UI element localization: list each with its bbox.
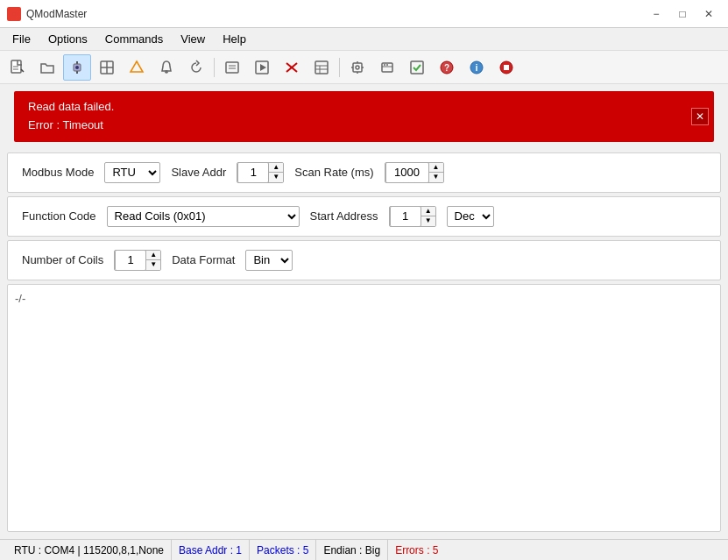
read-button[interactable]: [218, 54, 246, 81]
menu-options[interactable]: Options: [39, 30, 96, 48]
start-address-label: Start Address: [310, 209, 378, 223]
svg-marker-9: [131, 61, 143, 72]
modbus-mode-label: Modbus Mode: [22, 166, 94, 179]
title-bar: QModMaster − □ ✕: [0, 0, 728, 28]
coils-panel: Number of Coils ▲ ▼ Data Format Bin Hex …: [7, 240, 721, 280]
help-circle-button[interactable]: ?: [433, 54, 461, 81]
svg-rect-22: [353, 63, 362, 72]
error-line1: Read data failed.: [28, 98, 700, 117]
error-close-button[interactable]: ✕: [691, 108, 709, 125]
window-controls: − □ ✕: [644, 4, 721, 24]
status-endian: Endian : Big: [316, 540, 388, 560]
scan-rate-input[interactable]: [385, 162, 429, 183]
num-coils-up[interactable]: ▲: [146, 251, 160, 261]
new-button[interactable]: [4, 54, 32, 81]
data-format-label: Data Format: [172, 253, 235, 266]
svg-rect-38: [504, 65, 509, 70]
slave-addr-input[interactable]: [237, 162, 269, 183]
slave-addr-down[interactable]: ▼: [269, 173, 283, 182]
function-code-select[interactable]: Read Coils (0x01) Read Discrete Inputs (…: [107, 206, 300, 227]
maximize-button[interactable]: □: [670, 4, 695, 24]
loop-button[interactable]: [123, 54, 151, 81]
status-packets: Packets : 5: [250, 540, 316, 560]
menu-help[interactable]: Help: [214, 30, 255, 48]
scan-rate-down[interactable]: ▼: [429, 173, 443, 182]
toolbar-sep-1: [214, 58, 215, 77]
data-display-area: -/-: [7, 284, 721, 532]
status-base-addr: Base Addr : 1: [172, 540, 250, 560]
num-coils-label: Number of Coils: [22, 253, 103, 266]
num-coils-spinner: ▲ ▼: [114, 250, 161, 271]
function-code-label: Function Code: [22, 209, 96, 223]
check-button[interactable]: [403, 54, 431, 81]
slave-addr-up[interactable]: ▲: [269, 163, 283, 174]
refresh-button[interactable]: [182, 54, 210, 81]
modbus-panel: Modbus Mode RTU ASCII TCP Slave Addr ▲ ▼…: [7, 152, 721, 193]
data-format-select[interactable]: Bin Hex Dec: [245, 250, 293, 271]
error-line2: Error : Timeout: [28, 117, 700, 135]
minimize-button[interactable]: −: [644, 4, 668, 24]
svg-rect-32: [411, 61, 423, 74]
status-connection: RTU : COM4 | 115200,8,1,None: [7, 540, 172, 560]
svg-point-31: [386, 64, 388, 66]
app-icon: [7, 7, 21, 21]
start-address-down[interactable]: ▼: [421, 216, 435, 226]
status-errors: Errors : 5: [388, 540, 445, 560]
serial-button[interactable]: [63, 54, 91, 81]
start-address-input[interactable]: [390, 206, 421, 227]
open-button[interactable]: [33, 54, 61, 81]
svg-point-5: [75, 66, 79, 69]
svg-point-23: [356, 66, 359, 69]
error-banner: Read data failed. Error : Timeout ✕: [14, 91, 714, 142]
start-address-up[interactable]: ▲: [421, 207, 435, 217]
status-bar: RTU : COM4 | 115200,8,1,None Base Addr :…: [0, 539, 728, 560]
info-button[interactable]: i: [463, 54, 491, 81]
svg-rect-11: [226, 62, 238, 73]
stop-button[interactable]: [492, 54, 520, 81]
menu-view[interactable]: View: [172, 30, 214, 48]
scanner-button[interactable]: [93, 54, 121, 81]
toolbar-sep-2: [339, 58, 340, 77]
wrench-button[interactable]: [278, 54, 306, 81]
svg-rect-18: [315, 61, 328, 74]
play-button[interactable]: [248, 54, 276, 81]
svg-point-30: [384, 64, 385, 66]
modbus-mode-select[interactable]: RTU ASCII TCP: [104, 162, 160, 183]
function-panel: Function Code Read Coils (0x01) Read Dis…: [7, 196, 721, 237]
svg-marker-15: [260, 64, 266, 71]
device-button[interactable]: [373, 54, 401, 81]
table-button[interactable]: [307, 54, 336, 81]
address-format-select[interactable]: Dec Hex: [447, 206, 494, 227]
toolbar: ? i: [0, 51, 728, 84]
svg-text:?: ?: [444, 63, 449, 73]
scan-rate-spinner: ▲ ▼: [385, 162, 444, 183]
main-content: Read data failed. Error : Timeout ✕ Modb…: [0, 84, 728, 539]
menu-file[interactable]: File: [4, 30, 39, 48]
slave-addr-label: Slave Addr: [171, 166, 226, 179]
slave-addr-spinner: ▲ ▼: [237, 162, 284, 183]
port-button[interactable]: [343, 54, 371, 81]
close-button[interactable]: ✕: [696, 4, 721, 24]
menu-bar: File Options Commands View Help: [0, 28, 728, 51]
data-content: -/-: [15, 292, 25, 305]
app-title: QModMaster: [26, 8, 644, 20]
bell-button[interactable]: [152, 54, 180, 81]
start-address-spinner: ▲ ▼: [389, 206, 436, 227]
num-coils-down[interactable]: ▼: [146, 260, 160, 270]
num-coils-input[interactable]: [115, 250, 146, 271]
menu-commands[interactable]: Commands: [96, 30, 172, 48]
svg-text:i: i: [475, 62, 477, 73]
scan-rate-up[interactable]: ▲: [429, 163, 443, 174]
scan-rate-label: Scan Rate (ms): [294, 166, 373, 179]
